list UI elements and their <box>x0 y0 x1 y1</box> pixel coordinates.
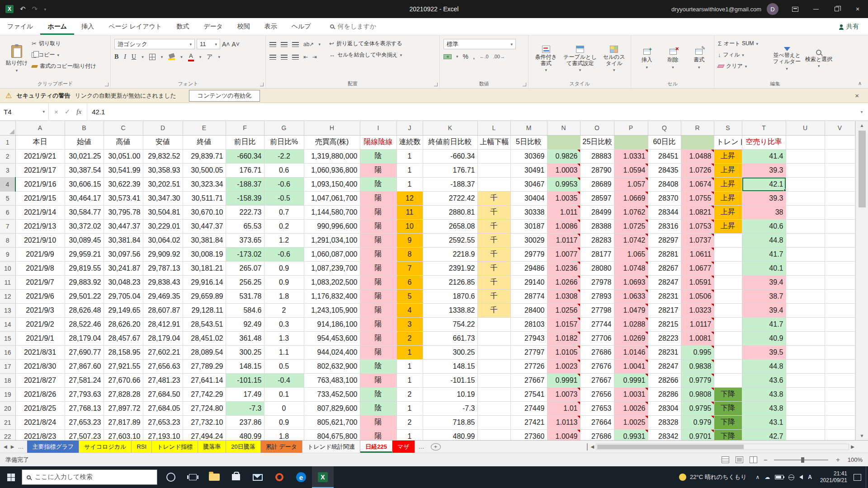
cell-K10[interactable]: 2391.92 <box>423 261 477 275</box>
cell-L14[interactable] <box>477 317 510 331</box>
cell-N3[interactable]: 1.0003 <box>547 163 580 177</box>
paste-button[interactable]: 貼り付け ▾ <box>4 38 30 80</box>
cell-P19[interactable]: 1.0031 <box>614 387 648 401</box>
column-header-K[interactable]: K <box>423 121 477 135</box>
cell-T2[interactable]: 41.4 <box>742 149 786 163</box>
cell-A2[interactable]: 2021/9/21 <box>15 149 65 163</box>
row-header-8[interactable]: 8 <box>0 233 15 247</box>
cell-O20[interactable]: 27653 <box>580 401 614 415</box>
cell-E22[interactable]: 27,494.24 <box>183 429 226 440</box>
cell-H2[interactable]: 1,319,880,000 <box>304 149 360 163</box>
cell-N9[interactable]: 1.0077 <box>547 247 580 261</box>
cell-O18[interactable]: 27667 <box>580 373 614 387</box>
cell-R4[interactable]: 1.0674 <box>681 177 714 191</box>
cell-M9[interactable]: 29779 <box>510 247 547 261</box>
cell-F5[interactable]: -158.39 <box>226 191 264 205</box>
cell-A22[interactable]: 2021/8/23 <box>15 429 65 440</box>
cell-C7[interactable]: 30,447.37 <box>104 219 143 233</box>
cell-M10[interactable]: 29486 <box>510 261 547 275</box>
cell-Q22[interactable]: 28342 <box>648 429 681 440</box>
cell-N6[interactable]: 1.011 <box>547 205 580 219</box>
cell-G3[interactable]: 0.6 <box>264 163 304 177</box>
cell-Q7[interactable]: 28316 <box>648 219 681 233</box>
cell-S18[interactable] <box>714 373 742 387</box>
cell-J13[interactable]: 4 <box>396 303 423 317</box>
cell-S17[interactable] <box>714 359 742 373</box>
cell-Q9[interactable]: 28281 <box>648 247 681 261</box>
column-header-T[interactable]: T <box>742 121 786 135</box>
cell-C10[interactable]: 30,241.87 <box>104 261 143 275</box>
cell-I22[interactable]: 陽 <box>360 429 396 440</box>
cell-H16[interactable]: 944,024,400 <box>304 345 360 359</box>
cell-N11[interactable]: 1.0266 <box>547 275 580 289</box>
cell-J2[interactable]: 1 <box>396 149 423 163</box>
cell-L9[interactable]: 千 <box>477 247 510 261</box>
collapse-ribbon-button[interactable]: ∧ <box>858 80 862 86</box>
cell-Q13[interactable]: 28217 <box>648 303 681 317</box>
cell-N17[interactable]: 1.0023 <box>547 359 580 373</box>
cell-A6[interactable]: 2021/9/14 <box>15 205 65 219</box>
fill-button[interactable]: ↓フィル▾ <box>718 50 769 60</box>
cell-N4[interactable]: 0.9953 <box>547 177 580 191</box>
cell-B19[interactable]: 27,793.63 <box>65 387 104 401</box>
cell-B20[interactable]: 27,768.13 <box>65 401 104 415</box>
decrease-decimal-button[interactable]: .00→ <box>493 54 505 59</box>
scroll-down-icon[interactable]: ▼ <box>860 433 864 438</box>
cell-M3[interactable]: 30491 <box>510 163 547 177</box>
cell-B9[interactable]: 29,959.21 <box>65 247 104 261</box>
browser-button[interactable] <box>269 466 290 488</box>
start-button[interactable] <box>0 466 22 488</box>
cell-N12[interactable]: 1.0308 <box>547 289 580 303</box>
cell-C16[interactable]: 28,158.95 <box>104 345 143 359</box>
confirm-entry-icon[interactable]: ✓ <box>65 108 71 116</box>
dialog-launcher-icon[interactable] <box>105 83 108 86</box>
customize-qat-button[interactable]: ▾ <box>44 7 46 12</box>
cell-I2[interactable]: 陰 <box>360 149 396 163</box>
cell-V17[interactable] <box>825 359 855 373</box>
cell-H1[interactable]: 売買高(株) <box>304 135 360 149</box>
underline-button[interactable]: U <box>132 53 136 61</box>
row-header-13[interactable]: 13 <box>0 303 15 317</box>
format-painter-button[interactable]: 書式のコピー/貼り付け <box>32 61 96 71</box>
dialog-launcher-icon[interactable] <box>434 83 438 86</box>
cell-O8[interactable]: 28283 <box>580 233 614 247</box>
cell-O3[interactable]: 28790 <box>580 163 614 177</box>
wrap-text-button[interactable]: ↩折り返して全体を表示する <box>329 39 402 48</box>
cell-T21[interactable]: 43.1 <box>742 415 786 429</box>
cell-O21[interactable]: 27664 <box>580 415 614 429</box>
cell-T3[interactable]: 39.3 <box>742 163 786 177</box>
cell-Q4[interactable]: 28408 <box>648 177 681 191</box>
network-icon[interactable] <box>788 474 794 480</box>
cell-J12[interactable]: 5 <box>396 289 423 303</box>
vertical-scroll-thumb[interactable] <box>859 131 866 207</box>
cell-R18[interactable]: 0.9779 <box>681 373 714 387</box>
cell-K8[interactable]: 2592.55 <box>423 233 477 247</box>
cell-I14[interactable]: 陽 <box>360 317 396 331</box>
cell-E6[interactable]: 30,670.10 <box>183 205 226 219</box>
cell-B3[interactable]: 30,387.54 <box>65 163 104 177</box>
cell-T17[interactable]: 44.8 <box>742 359 786 373</box>
cell-I18[interactable]: 陽 <box>360 373 396 387</box>
cell-I13[interactable]: 陽 <box>360 303 396 317</box>
insert-function-icon[interactable]: fx <box>76 108 81 116</box>
cell-P11[interactable]: 1.0693 <box>614 275 648 289</box>
cell-A7[interactable]: 2021/9/13 <box>15 219 65 233</box>
column-header-I[interactable]: I <box>360 121 396 135</box>
cell-E20[interactable]: 27,724.80 <box>183 401 226 415</box>
align-left-icon[interactable] <box>269 55 276 60</box>
cell-T14[interactable]: 41.7 <box>742 317 786 331</box>
cell-J3[interactable]: 1 <box>396 163 423 177</box>
cell-C6[interactable]: 30,795.78 <box>104 205 143 219</box>
horizontal-scrollbar[interactable] <box>596 444 849 450</box>
cell-J22[interactable]: 1 <box>396 429 423 440</box>
cell-P5[interactable]: 1.0669 <box>614 191 648 205</box>
cell-M15[interactable]: 27943 <box>510 331 547 345</box>
cell-L4[interactable] <box>477 177 510 191</box>
cell-F20[interactable]: -7.3 <box>226 401 264 415</box>
cell-G15[interactable]: 1.3 <box>264 331 304 345</box>
cell-Q11[interactable]: 28247 <box>648 275 681 289</box>
clear-button[interactable]: クリア▾ <box>718 61 769 71</box>
row-header-21[interactable]: 21 <box>0 415 15 429</box>
cell-O15[interactable]: 27706 <box>580 331 614 345</box>
cell-K12[interactable]: 1870.6 <box>423 289 477 303</box>
